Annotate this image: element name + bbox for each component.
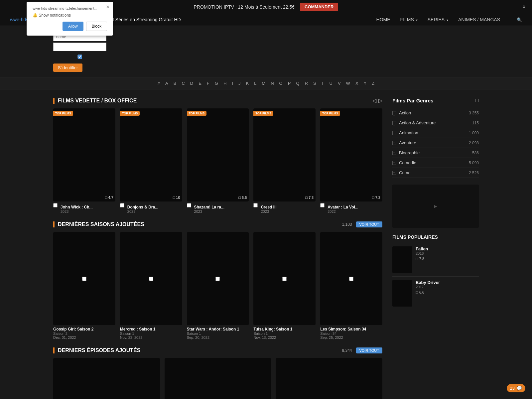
next-icon[interactable]: ▷ bbox=[378, 97, 382, 104]
alpha-letter-R[interactable]: R bbox=[305, 81, 308, 86]
season-date: Nov. 23, 2022 bbox=[120, 335, 182, 339]
genre-item-3[interactable]: □ Aventure 2 098 bbox=[392, 138, 479, 148]
episode-card-1[interactable]: ★ HD VF + Vostfr Saison 1 Episode 8 bbox=[165, 358, 271, 399]
alpha-letter-T[interactable]: T bbox=[322, 81, 324, 86]
genre-count: 5 090 bbox=[469, 161, 479, 165]
alpha-letter-D[interactable]: D bbox=[190, 81, 193, 86]
block-button[interactable]: Block bbox=[86, 22, 107, 31]
alpha-letter-W[interactable]: W bbox=[346, 81, 350, 86]
film-card-1[interactable]: TOP FILMS □ 10 Donjons & Dra... 2023 bbox=[120, 108, 182, 213]
season-card-3[interactable]: Tulsa King: Saison 1 Saison 1 Nov. 13, 2… bbox=[253, 232, 316, 339]
alpha-letter-G[interactable]: G bbox=[215, 81, 218, 86]
season-card-0[interactable]: Gossip Girl: Saison 2 Saison 2 Dec. 01, … bbox=[53, 232, 115, 339]
genre-item-0[interactable]: □ Action 3 355 bbox=[392, 108, 479, 118]
alpha-letter-Y[interactable]: Y bbox=[364, 81, 367, 86]
alpha-letter-N[interactable]: N bbox=[271, 81, 274, 86]
season-card-2[interactable]: Star Wars : Andor: Saison 1 Saison 1 Sep… bbox=[187, 232, 249, 339]
prev-icon[interactable]: ◁ bbox=[372, 97, 376, 104]
rating-checkbox-icon: □ bbox=[416, 257, 418, 261]
alpha-letter-I[interactable]: I bbox=[232, 81, 233, 86]
login-button[interactable]: S'identifier bbox=[53, 64, 82, 72]
allow-button[interactable]: Allow bbox=[63, 22, 83, 31]
alpha-letter-A[interactable]: A bbox=[165, 81, 168, 86]
genre-checkbox[interactable]: □ bbox=[392, 131, 396, 135]
alpha-letter-P[interactable]: P bbox=[288, 81, 291, 86]
alpha-letter-O[interactable]: O bbox=[279, 81, 283, 86]
genre-checkbox[interactable]: □ bbox=[392, 141, 396, 145]
alpha-letter-M[interactable]: M bbox=[262, 81, 265, 86]
genre-checkbox[interactable]: □ bbox=[392, 171, 396, 175]
season-label: Saison 34 bbox=[320, 332, 382, 335]
film-card-3[interactable]: TOP FILMS □ 7.3 Creed III 2023 bbox=[253, 108, 316, 213]
season-checkbox-0[interactable] bbox=[82, 277, 86, 281]
film-card-0[interactable]: TOP FILMS □ 4.7 John Wick : Ch... 2023 bbox=[53, 108, 115, 213]
notification-count-badge[interactable]: 23 💬 bbox=[507, 384, 525, 392]
popular-film-item-1[interactable]: Baby Driver 2017 □ 6.6 bbox=[392, 277, 479, 310]
alpha-letter-K[interactable]: K bbox=[246, 81, 249, 86]
genre-item-1[interactable]: □ Action & Adventure 115 bbox=[392, 118, 479, 128]
season-checkbox-4[interactable] bbox=[349, 277, 353, 281]
promo-close-icon[interactable]: X bbox=[523, 5, 525, 9]
genre-checkbox[interactable]: □ bbox=[392, 121, 396, 125]
alpha-letter-B[interactable]: B bbox=[174, 81, 177, 86]
film-year: 2023 bbox=[261, 209, 276, 213]
nav-animes[interactable]: ANIMES / MANGAS bbox=[458, 17, 500, 22]
episode-card-0[interactable]: ★ HD VF + Vostfr Saison 1 Episode 9 bbox=[53, 358, 160, 399]
remember-checkbox[interactable] bbox=[53, 55, 106, 59]
popular-film-item-0[interactable]: Fallen 2016 □ 7.8 bbox=[392, 243, 479, 277]
season-card-1[interactable]: Mercredi: Saison 1 Saison 1 Nov. 23, 202… bbox=[120, 232, 182, 339]
season-label: Saison 1 bbox=[187, 332, 249, 335]
alpha-letter-U[interactable]: U bbox=[330, 81, 332, 86]
alpha-letter-X[interactable]: X bbox=[355, 81, 358, 86]
film-checkbox-4[interactable] bbox=[320, 203, 325, 207]
alpha-letter-J[interactable]: J bbox=[238, 81, 241, 86]
season-checkbox-1[interactable] bbox=[149, 277, 153, 281]
seasons-voir-tout-button[interactable]: VOIR TOUT bbox=[356, 221, 383, 227]
film-thumb: TOP FILMS □ 6.6 bbox=[187, 108, 249, 201]
film-checkbox-1[interactable] bbox=[120, 203, 124, 207]
episode-card-2[interactable]: ★ HD VF of Us: Saison 1 Episode 6 bbox=[276, 358, 382, 399]
film-rating: □ 4.7 bbox=[105, 196, 113, 200]
genre-checkbox[interactable]: □ bbox=[392, 161, 396, 165]
alpha-letter-Q[interactable]: Q bbox=[296, 81, 299, 86]
film-card-4[interactable]: TOP FILMS □ 7.3 Avatar : La Voi... 2022 bbox=[320, 108, 382, 213]
password-input[interactable] bbox=[53, 43, 106, 51]
genre-item-4[interactable]: □ Biographie 586 bbox=[392, 148, 479, 158]
alpha-letter-H[interactable]: H bbox=[223, 81, 226, 86]
genre-item-5[interactable]: □ Comedie 5 090 bbox=[392, 158, 479, 168]
alpha-letter-C[interactable]: C bbox=[182, 81, 185, 86]
promo-text: PROMOTION IPTV : 12 Mois à Seulement 22,… bbox=[194, 4, 295, 10]
nav-home[interactable]: HOME bbox=[376, 17, 390, 22]
top-films-badge: TOP FILMS bbox=[187, 111, 207, 116]
genres-expand-icon[interactable]: □ bbox=[475, 97, 479, 103]
seasons-count: 1,103 bbox=[342, 222, 352, 227]
alpha-letter-L[interactable]: L bbox=[254, 81, 256, 86]
genre-checkbox[interactable]: □ bbox=[392, 151, 396, 155]
season-card-4[interactable]: Les Simpson: Saison 34 Saison 34 Sep. 25… bbox=[320, 232, 382, 339]
nav-series[interactable]: SERIES ▾ bbox=[428, 17, 448, 22]
alpha-letter-Z[interactable]: Z bbox=[372, 81, 374, 86]
nav-films[interactable]: FILMS ▾ bbox=[400, 17, 418, 22]
season-title: Star Wars : Andor: Saison 1 bbox=[187, 327, 249, 332]
film-checkbox-0[interactable] bbox=[53, 203, 58, 207]
alpha-letter-S[interactable]: S bbox=[313, 81, 316, 86]
alpha-letter-V[interactable]: V bbox=[338, 81, 341, 86]
search-icon[interactable]: 🔍 bbox=[517, 17, 522, 22]
alpha-letter-E[interactable]: E bbox=[199, 81, 201, 86]
popup-close-button[interactable]: ✕ bbox=[106, 4, 110, 10]
alpha-letter-#[interactable]: # bbox=[158, 81, 160, 86]
alpha-letter-F[interactable]: F bbox=[207, 81, 209, 86]
season-checkbox-2[interactable] bbox=[215, 277, 220, 281]
box-office-title: FILMS VEDETTE / BOX OFFICE bbox=[53, 98, 137, 104]
episodes-voir-tout-button[interactable]: VOIR TOUT bbox=[356, 347, 383, 353]
genre-item-6[interactable]: □ Crime 2 526 bbox=[392, 168, 479, 178]
genre-item-2[interactable]: □ Animation 1 009 bbox=[392, 128, 479, 138]
film-checkbox-3[interactable] bbox=[253, 203, 258, 207]
season-checkbox-3[interactable] bbox=[282, 277, 287, 281]
film-card-2[interactable]: TOP FILMS □ 6.6 Shazam! La ra... 2023 bbox=[187, 108, 249, 213]
commander-button[interactable]: COMMANDER bbox=[300, 3, 338, 11]
film-checkbox-2[interactable] bbox=[187, 203, 191, 207]
film-image bbox=[187, 108, 249, 201]
genre-name: □ Comedie bbox=[392, 160, 416, 165]
genre-checkbox[interactable]: □ bbox=[392, 111, 396, 115]
